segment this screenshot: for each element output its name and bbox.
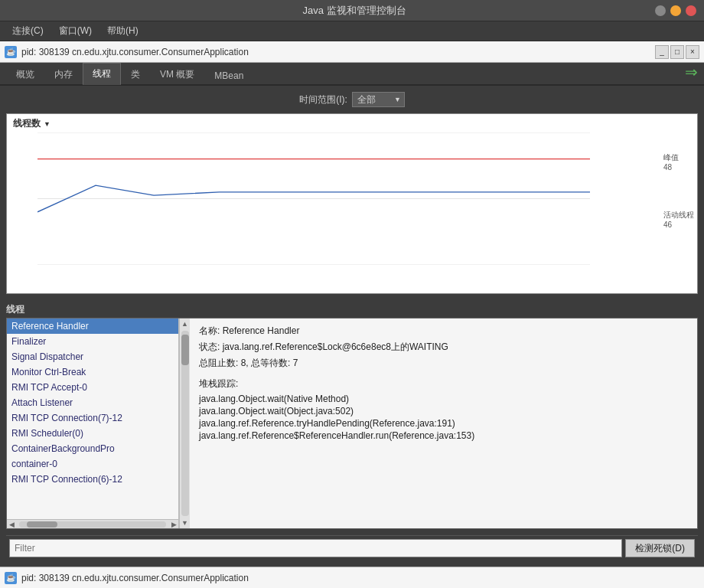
thread-detail: 名称: Reference Handler 状态: java.lang.ref.… (190, 318, 697, 528)
filter-input[interactable] (9, 539, 622, 557)
thread-item[interactable]: RMI TCP Connection(6)-12 (7, 472, 178, 487)
time-range-select-wrapper[interactable]: 全部 1 分钟 5 分钟 10 分钟 (352, 92, 405, 107)
menu-help[interactable]: 帮助(H) (101, 23, 145, 39)
thread-name: 名称: Reference Handler (199, 325, 688, 338)
peak-value: 48 (663, 163, 672, 172)
pid-bar: ☕ pid: 308139 cn.edu.xjtu.consumer.Consu… (0, 41, 704, 63)
time-range-select[interactable]: 全部 1 分钟 5 分钟 10 分钟 (352, 92, 405, 107)
stack-trace: java.lang.Object.wait(Native Method) jav… (199, 394, 688, 441)
chart-svg: 50 40 21:23 (37, 132, 590, 265)
thread-item[interactable]: RMI TCP Accept-0 (7, 380, 178, 395)
chart-right-labels: 峰值 48 活动线程 46 (663, 152, 694, 229)
peak-label-item: 峰值 48 (663, 152, 694, 172)
tab-mbean[interactable]: MBean (204, 66, 253, 85)
scroll-thumb[interactable] (27, 521, 57, 528)
tab-bar: 概览 内存 线程 类 VM 概要 MBean ⇒ (0, 63, 704, 86)
maximize-button[interactable] (670, 5, 681, 16)
thread-item[interactable]: Monitor Ctrl-Break (7, 364, 178, 380)
thread-item[interactable]: RMI Scheduler(0) (7, 426, 178, 441)
tab-classes[interactable]: 类 (121, 64, 150, 85)
thread-counts: 总阻止数: 8, 总等待数: 7 (199, 357, 688, 370)
active-value: 46 (663, 220, 672, 229)
thread-item[interactable]: Attach Listener (7, 395, 178, 410)
minimize-button[interactable] (655, 5, 666, 16)
window-controls (655, 5, 696, 16)
connect-arrow-icon[interactable]: ⇒ (685, 63, 698, 81)
active-label-item: 活动线程 46 (663, 210, 694, 229)
vscroll-track[interactable] (181, 331, 189, 516)
time-range-bar: 时间范围(I): 全部 1 分钟 5 分钟 10 分钟 (6, 92, 698, 107)
peak-label: 峰值 (663, 152, 679, 163)
thread-section: 线程 Reference Handler Finalizer Signal Di… (6, 300, 698, 529)
main-content: 时间范围(I): 全部 1 分钟 5 分钟 10 分钟 线程数 ▼ 50 40 (0, 86, 704, 567)
tab-threads[interactable]: 线程 (83, 63, 121, 85)
stack-frame-3: java.lang.ref.Reference$ReferenceHandler… (199, 430, 688, 441)
thread-item[interactable]: Signal Dispatcher (7, 349, 178, 364)
thread-list: Reference Handler Finalizer Signal Dispa… (7, 318, 178, 519)
pid-restore-btn[interactable]: □ (670, 45, 684, 59)
thread-item[interactable]: ContainerBackgroundPro (7, 441, 178, 456)
stack-frame-2: java.lang.ref.Reference.tryHandlePending… (199, 418, 688, 429)
thread-item[interactable]: Reference Handler (7, 318, 178, 334)
tab-overview[interactable]: 概览 (6, 64, 44, 85)
vscroll-thumb[interactable] (181, 335, 189, 365)
thread-panels: Reference Handler Finalizer Signal Dispa… (6, 318, 698, 529)
pid-minimize-btn[interactable]: _ (655, 45, 669, 59)
pid-text: pid: 308139 cn.edu.xjtu.consumer.Consume… (21, 47, 249, 57)
chart-dropdown-icon[interactable]: ▼ (44, 120, 51, 128)
vscroll-down-arrow[interactable]: ▼ (180, 518, 191, 528)
title-bar: Java 监视和管理控制台 (0, 0, 704, 21)
stack-frame-0: java.lang.Object.wait(Native Method) (199, 394, 688, 404)
window-title: Java 监视和管理控制台 (54, 4, 655, 18)
menu-bar: 连接(C) 窗口(W) 帮助(H) (0, 21, 704, 41)
menu-connect[interactable]: 连接(C) (6, 23, 50, 39)
thread-item[interactable]: container-0 (7, 456, 178, 472)
filter-bar: 检测死锁(D) (6, 535, 698, 560)
scroll-left-arrow[interactable]: ◀ (7, 521, 16, 528)
pid-bar-controls: _ □ × (655, 45, 699, 59)
scroll-track[interactable] (19, 521, 166, 528)
thread-item[interactable]: Finalizer (7, 334, 178, 349)
pid-close-btn[interactable]: × (686, 45, 699, 59)
time-range-label: 时间范围(I): (299, 93, 347, 106)
scroll-right-arrow[interactable]: ▶ (169, 521, 178, 528)
pid-icon: ☕ (5, 46, 17, 58)
thread-state: 状态: java.lang.ref.Reference$Lock@6c6e8ec… (199, 341, 688, 354)
chart-header: 线程数 ▼ (13, 117, 51, 130)
menu-window[interactable]: 窗口(W) (53, 23, 98, 39)
tab-vm[interactable]: VM 概要 (150, 64, 204, 85)
vscroll-up-arrow[interactable]: ▲ (180, 318, 191, 329)
stack-trace-label: 堆栈跟踪: (199, 377, 688, 390)
status-text: pid: 308139 cn.edu.xjtu.consumer.Consume… (21, 573, 249, 583)
thread-list-vscrollbar: ▲ ▼ (179, 318, 190, 528)
tab-bar-right: ⇒ (685, 63, 698, 84)
stack-frame-1: java.lang.Object.wait(Object.java:502) (199, 406, 688, 416)
close-button[interactable] (686, 5, 696, 16)
active-label: 活动线程 (663, 210, 694, 220)
thread-list-hscrollbar: ◀ ▶ (7, 519, 178, 528)
status-icon: ☕ (5, 572, 17, 584)
chart-title: 线程数 (13, 117, 41, 130)
deadlock-button[interactable]: 检测死锁(D) (625, 539, 695, 557)
thread-section-title: 线程 (6, 300, 698, 318)
chart-panel: 线程数 ▼ 50 40 21:23 峰值 48 (6, 113, 698, 294)
thread-list-container: Reference Handler Finalizer Signal Dispa… (7, 318, 179, 528)
tab-memory[interactable]: 内存 (44, 64, 83, 85)
status-bar: ☕ pid: 308139 cn.edu.xjtu.consumer.Consu… (0, 567, 704, 588)
thread-item[interactable]: RMI TCP Connection(7)-12 (7, 410, 178, 426)
